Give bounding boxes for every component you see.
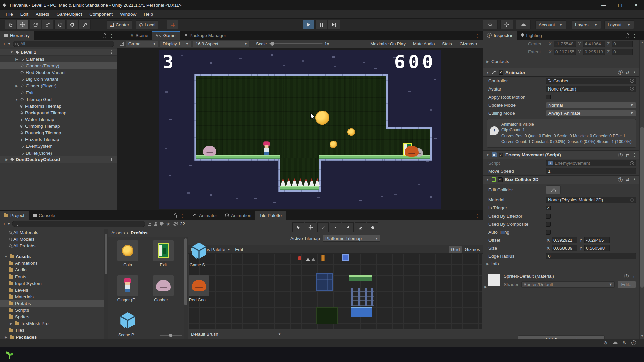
display-dropdown[interactable]: Display 1▾ (160, 41, 191, 47)
hierarchy-item-bouncing-tilemap[interactable]: Bouncing Tilemap (0, 129, 117, 136)
used-by-composite-checkbox[interactable] (546, 222, 551, 227)
help-icon[interactable]: ? (624, 274, 629, 278)
edit-collider-button[interactable] (546, 185, 561, 194)
folder-materials[interactable]: Materials (0, 293, 104, 300)
grid-snapping-button[interactable] (167, 20, 178, 29)
tile-box-fill-tool-button[interactable] (330, 222, 341, 232)
update-mode-dropdown[interactable]: Normal▼ (546, 102, 636, 108)
culling-mode-dropdown[interactable]: Always Animate▼ (546, 110, 636, 116)
hierarchy-item-ginger-player[interactable]: ▶Ginger (Player) (0, 82, 117, 89)
enemy-movement-component-header[interactable]: ▼ # Enemy Movement (Script) ?⇄⋮ (483, 150, 639, 159)
palette-grid-toggle[interactable]: Grid (449, 246, 462, 253)
kebab-menu-icon[interactable]: ⋮ (632, 33, 637, 38)
asset-game-session[interactable]: Game S... (184, 240, 213, 267)
rotate-tool-button[interactable] (30, 20, 41, 29)
menu-component[interactable]: Component (86, 10, 116, 19)
size-y-field[interactable]: 0.560598 (584, 245, 610, 251)
chevron-down-icon[interactable]: ▾ (228, 247, 230, 252)
center-y-field[interactable]: 4.41064 (583, 41, 605, 47)
tile-fill-tool-button[interactable] (367, 222, 378, 232)
hierarchy-item-tilemap-grid[interactable]: ▼Tilemap Grid (0, 96, 117, 103)
display-grab-icon[interactable] (120, 42, 124, 46)
kebab-menu-icon[interactable]: ⋮ (109, 157, 114, 162)
collab-icon[interactable] (154, 222, 158, 226)
brush-dropdown[interactable]: Default Brush (191, 331, 218, 337)
pivot-toggle-button[interactable]: Center (107, 20, 132, 29)
move-tool-button[interactable] (17, 20, 29, 29)
foldout-closed-icon[interactable]: ▶ (4, 335, 8, 339)
lock-icon[interactable] (626, 35, 629, 38)
is-trigger-checkbox[interactable] (546, 206, 551, 210)
foldout-open-icon[interactable]: ▼ (486, 153, 490, 157)
chevron-down-icon[interactable]: ▾ (279, 332, 281, 336)
transform-tool-button[interactable] (67, 20, 78, 29)
cloud-button[interactable] (516, 20, 531, 29)
taskbar-app-icon[interactable] (5, 350, 15, 360)
project-search[interactable] (12, 221, 145, 227)
cloud-icon[interactable] (612, 341, 618, 345)
object-picker-icon[interactable] (630, 87, 634, 91)
folder-textmesh-pro[interactable]: ▶TextMesh Pro (0, 320, 104, 327)
menu-gameobject[interactable]: GameObject (53, 10, 86, 19)
thumbnail-size-knob[interactable] (169, 334, 172, 337)
hierarchy-item-eventsystem[interactable]: EventSystem (0, 143, 117, 149)
shader-dropdown[interactable]: Sprites/Default▼ (521, 281, 615, 288)
active-tilemap-dropdown[interactable]: Platforms Tilemap▾ (323, 235, 380, 242)
kebab-menu-icon[interactable]: ⋮ (632, 274, 636, 279)
asset-red-goober[interactable]: Red Goo... (184, 275, 213, 302)
layout-dropdown[interactable]: Layout▼ (604, 20, 634, 29)
palette-canvas[interactable] (189, 254, 482, 329)
aspect-dropdown[interactable]: 16:9 Aspect▾ (193, 41, 249, 47)
avatar-object-field[interactable]: None (Avatar) (546, 86, 636, 92)
tab-animation[interactable]: Animation (221, 211, 255, 220)
contacts-foldout[interactable]: ▶ Contacts (483, 58, 639, 65)
tab-scene[interactable]: # Scene (127, 31, 152, 40)
tab-project[interactable]: Project (0, 211, 29, 220)
tab-package-manager[interactable]: Package Manager (180, 31, 230, 40)
create-asset-button[interactable]: + (3, 221, 6, 227)
account-dropdown[interactable]: Account▼ (535, 20, 566, 29)
presets-icon[interactable]: ⇄ (626, 177, 629, 182)
component-enabled-checkbox[interactable] (499, 153, 503, 157)
favorite-all-materials[interactable]: All Materials (0, 229, 104, 236)
animator-component-header[interactable]: ▼ Animator ?⇄⋮ (483, 68, 639, 77)
label-tag-icon[interactable] (160, 222, 164, 226)
asset-coin[interactable]: Coin (113, 240, 142, 267)
move-speed-field[interactable]: 1 (546, 168, 636, 174)
folder-fonts[interactable]: Fonts (0, 273, 104, 280)
menu-assets[interactable]: Assets (32, 10, 53, 19)
box-collider-component-header[interactable]: ▼ Box Collider 2D ?⇄⋮ (483, 175, 639, 184)
menu-help[interactable]: Help (140, 10, 157, 19)
kebab-menu-icon[interactable]: ⋮ (109, 50, 114, 55)
palette-edit-button[interactable]: Edit (235, 247, 243, 252)
tile-paint-tool-button[interactable] (317, 222, 329, 232)
edge-radius-field[interactable]: 0 (546, 253, 636, 259)
chevron-down-icon[interactable]: ▾ (8, 222, 10, 226)
asset-exit[interactable]: Exit (149, 240, 178, 267)
kebab-menu-icon[interactable]: ⋮ (180, 213, 184, 218)
add-component-button[interactable]: Add Component (518, 335, 605, 339)
tab-inspector[interactable]: i Inspector (483, 31, 517, 40)
auto-tiling-checkbox[interactable] (546, 230, 551, 235)
hierarchy-item-cameras[interactable]: ▶Cameras (0, 56, 117, 62)
refresh-icon[interactable]: ↻ (623, 340, 627, 345)
component-enabled-checkbox[interactable] (498, 177, 503, 182)
search-button[interactable] (483, 20, 498, 29)
project-grid-scrollbar[interactable] (184, 237, 188, 339)
center-z-field[interactable]: 0 (612, 41, 633, 47)
favorites-star-icon[interactable]: ★ (166, 221, 170, 227)
inspector-scrollbar[interactable]: ▲ ▼ (639, 40, 644, 339)
foldout-open-icon[interactable]: ▼ (4, 255, 8, 258)
folder-tiles[interactable]: Tiles (0, 327, 104, 334)
tab-hierarchy[interactable]: Hierarchy (0, 31, 34, 40)
folder-animations[interactable]: Animations (0, 260, 104, 266)
kebab-menu-icon[interactable]: ⋮ (475, 33, 479, 38)
hidden-count-eye-icon[interactable] (173, 222, 178, 226)
step-button[interactable] (328, 20, 340, 29)
tile-picker-tool-button[interactable] (342, 222, 354, 232)
hierarchy-item-climbing-tilemap[interactable]: Climbing Tilemap (0, 123, 117, 129)
layers-dropdown[interactable]: Layers▼ (572, 20, 601, 29)
game-render[interactable]: 3 600 (159, 50, 441, 209)
custom-tools-button[interactable] (79, 20, 91, 29)
foldout-open-icon[interactable]: ▼ (10, 50, 14, 54)
